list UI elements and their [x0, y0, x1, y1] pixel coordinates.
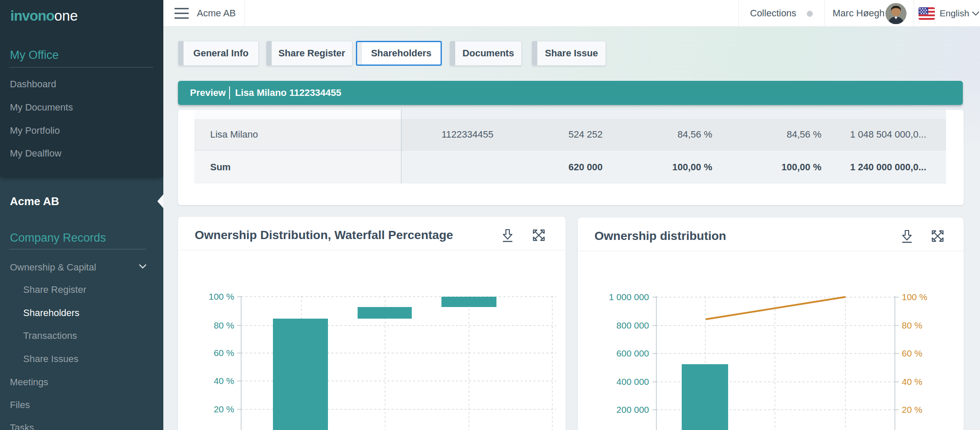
- svg-text:400 000: 400 000: [616, 377, 649, 387]
- svg-text:600 000: 600 000: [616, 348, 649, 358]
- svg-text:20 %: 20 %: [902, 405, 922, 415]
- svg-text:40 %: 40 %: [214, 376, 234, 386]
- svg-text:60 %: 60 %: [214, 348, 234, 358]
- svg-text:800 000: 800 000: [616, 320, 649, 330]
- svg-text:40 %: 40 %: [902, 377, 922, 387]
- svg-text:20 %: 20 %: [214, 404, 234, 414]
- svg-text:60 %: 60 %: [902, 348, 922, 358]
- svg-text:100 %: 100 %: [208, 292, 234, 301]
- svg-text:100 %: 100 %: [902, 292, 928, 302]
- svg-text:80 %: 80 %: [214, 320, 234, 330]
- svg-text:80 %: 80 %: [902, 320, 922, 330]
- svg-text:1 000 000: 1 000 000: [609, 292, 649, 302]
- svg-text:200 000: 200 000: [616, 405, 649, 415]
